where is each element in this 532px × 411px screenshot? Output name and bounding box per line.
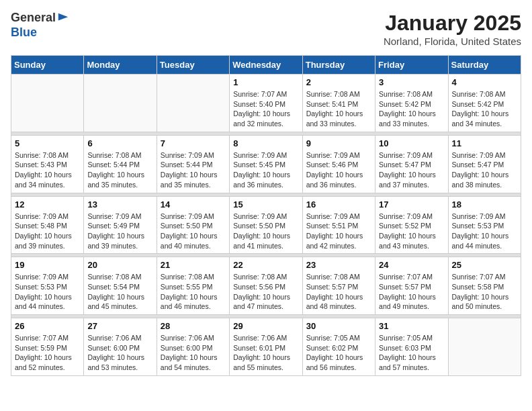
logo: General Blue xyxy=(11,11,69,40)
day-info: Sunrise: 7:05 AM Sunset: 6:02 PM Dayligh… xyxy=(306,333,371,373)
calendar-cell: 27Sunrise: 7:06 AM Sunset: 6:00 PM Dayli… xyxy=(84,318,157,376)
calendar-cell: 13Sunrise: 7:09 AM Sunset: 5:49 PM Dayli… xyxy=(84,196,157,254)
day-number: 24 xyxy=(379,260,444,270)
day-info: Sunrise: 7:09 AM Sunset: 5:49 PM Dayligh… xyxy=(87,212,152,251)
calendar-cell: 17Sunrise: 7:09 AM Sunset: 5:52 PM Dayli… xyxy=(375,196,448,254)
svg-marker-0 xyxy=(58,13,68,21)
calendar-cell: 5Sunrise: 7:08 AM Sunset: 5:43 PM Daylig… xyxy=(11,135,84,193)
day-info: Sunrise: 7:09 AM Sunset: 5:44 PM Dayligh… xyxy=(161,150,226,190)
day-info: Sunrise: 7:09 AM Sunset: 5:50 PM Dayligh… xyxy=(233,212,298,251)
day-number: 15 xyxy=(233,199,298,210)
calendar-cell: 16Sunrise: 7:09 AM Sunset: 5:51 PM Dayli… xyxy=(302,196,375,254)
day-number: 10 xyxy=(379,138,444,148)
logo-general: General xyxy=(11,11,56,26)
calendar-cell: 29Sunrise: 7:06 AM Sunset: 6:01 PM Dayli… xyxy=(230,318,302,376)
day-info: Sunrise: 7:08 AM Sunset: 5:56 PM Dayligh… xyxy=(233,272,298,312)
day-info: Sunrise: 7:08 AM Sunset: 5:44 PM Dayligh… xyxy=(87,150,152,190)
calendar-subtitle: Norland, Florida, United States xyxy=(384,36,521,47)
calendar-week-row: 19Sunrise: 7:09 AM Sunset: 5:53 PM Dayli… xyxy=(11,257,521,315)
day-info: Sunrise: 7:09 AM Sunset: 5:48 PM Dayligh… xyxy=(15,212,80,251)
day-number: 23 xyxy=(306,260,371,270)
day-info: Sunrise: 7:08 AM Sunset: 5:41 PM Dayligh… xyxy=(306,89,371,129)
calendar-cell xyxy=(84,75,157,132)
day-info: Sunrise: 7:07 AM Sunset: 5:57 PM Dayligh… xyxy=(379,272,444,312)
day-info: Sunrise: 7:08 AM Sunset: 5:43 PM Dayligh… xyxy=(15,150,80,190)
day-number: 3 xyxy=(379,77,444,87)
day-number: 27 xyxy=(87,321,152,331)
calendar-cell: 4Sunrise: 7:08 AM Sunset: 5:42 PM Daylig… xyxy=(448,75,521,132)
weekday-header-friday: Friday xyxy=(375,56,448,75)
calendar-week-row: 1Sunrise: 7:07 AM Sunset: 5:40 PM Daylig… xyxy=(11,75,521,132)
calendar-cell: 12Sunrise: 7:09 AM Sunset: 5:48 PM Dayli… xyxy=(11,196,84,254)
day-info: Sunrise: 7:09 AM Sunset: 5:52 PM Dayligh… xyxy=(379,212,444,251)
day-info: Sunrise: 7:08 AM Sunset: 5:42 PM Dayligh… xyxy=(379,89,444,129)
day-number: 5 xyxy=(15,138,80,148)
day-info: Sunrise: 7:09 AM Sunset: 5:45 PM Dayligh… xyxy=(233,150,298,190)
calendar-week-row: 12Sunrise: 7:09 AM Sunset: 5:48 PM Dayli… xyxy=(11,196,521,254)
calendar-cell: 9Sunrise: 7:09 AM Sunset: 5:46 PM Daylig… xyxy=(302,135,375,193)
day-number: 20 xyxy=(87,260,152,270)
day-number: 16 xyxy=(306,199,371,210)
calendar-cell: 31Sunrise: 7:05 AM Sunset: 6:03 PM Dayli… xyxy=(375,318,448,376)
calendar-week-row: 5Sunrise: 7:08 AM Sunset: 5:43 PM Daylig… xyxy=(11,135,521,193)
day-info: Sunrise: 7:08 AM Sunset: 5:42 PM Dayligh… xyxy=(452,89,517,129)
calendar-cell: 2Sunrise: 7:08 AM Sunset: 5:41 PM Daylig… xyxy=(302,75,375,132)
day-info: Sunrise: 7:07 AM Sunset: 5:40 PM Dayligh… xyxy=(233,89,298,129)
weekday-header-sunday: Sunday xyxy=(11,56,84,75)
calendar-cell xyxy=(11,75,84,132)
day-info: Sunrise: 7:09 AM Sunset: 5:53 PM Dayligh… xyxy=(452,212,517,251)
day-info: Sunrise: 7:09 AM Sunset: 5:53 PM Dayligh… xyxy=(15,272,80,312)
day-info: Sunrise: 7:09 AM Sunset: 5:50 PM Dayligh… xyxy=(161,212,226,251)
day-info: Sunrise: 7:06 AM Sunset: 6:00 PM Dayligh… xyxy=(87,333,152,373)
calendar-cell: 26Sunrise: 7:07 AM Sunset: 5:59 PM Dayli… xyxy=(11,318,84,376)
calendar-cell: 19Sunrise: 7:09 AM Sunset: 5:53 PM Dayli… xyxy=(11,257,84,315)
weekday-header-saturday: Saturday xyxy=(448,56,521,75)
day-number: 4 xyxy=(452,77,517,87)
day-info: Sunrise: 7:09 AM Sunset: 5:51 PM Dayligh… xyxy=(306,212,371,251)
calendar-cell: 22Sunrise: 7:08 AM Sunset: 5:56 PM Dayli… xyxy=(230,257,302,315)
day-info: Sunrise: 7:09 AM Sunset: 5:46 PM Dayligh… xyxy=(306,150,371,190)
day-number: 26 xyxy=(15,321,80,331)
calendar-title: January 2025 xyxy=(384,11,521,36)
day-info: Sunrise: 7:06 AM Sunset: 6:01 PM Dayligh… xyxy=(233,333,298,373)
day-number: 28 xyxy=(161,321,226,331)
day-number: 12 xyxy=(15,199,80,210)
calendar-cell: 23Sunrise: 7:08 AM Sunset: 5:57 PM Dayli… xyxy=(302,257,375,315)
calendar-week-row: 26Sunrise: 7:07 AM Sunset: 5:59 PM Dayli… xyxy=(11,318,521,376)
weekday-header-thursday: Thursday xyxy=(302,56,375,75)
day-number: 30 xyxy=(306,321,371,331)
calendar-cell: 7Sunrise: 7:09 AM Sunset: 5:44 PM Daylig… xyxy=(157,135,229,193)
calendar-cell: 18Sunrise: 7:09 AM Sunset: 5:53 PM Dayli… xyxy=(448,196,521,254)
calendar-cell: 30Sunrise: 7:05 AM Sunset: 6:02 PM Dayli… xyxy=(302,318,375,376)
day-number: 17 xyxy=(379,199,444,210)
day-number: 18 xyxy=(452,199,517,210)
calendar-cell: 20Sunrise: 7:08 AM Sunset: 5:54 PM Dayli… xyxy=(84,257,157,315)
calendar-cell xyxy=(448,318,521,376)
weekday-header-row: SundayMondayTuesdayWednesdayThursdayFrid… xyxy=(11,56,521,75)
day-info: Sunrise: 7:06 AM Sunset: 6:00 PM Dayligh… xyxy=(161,333,226,373)
calendar-cell: 8Sunrise: 7:09 AM Sunset: 5:45 PM Daylig… xyxy=(230,135,302,193)
day-number: 25 xyxy=(452,260,517,270)
day-info: Sunrise: 7:09 AM Sunset: 5:47 PM Dayligh… xyxy=(452,150,517,190)
day-number: 11 xyxy=(452,138,517,148)
day-number: 14 xyxy=(161,199,226,210)
calendar-cell xyxy=(157,75,229,132)
day-info: Sunrise: 7:05 AM Sunset: 6:03 PM Dayligh… xyxy=(379,333,444,373)
calendar-cell: 6Sunrise: 7:08 AM Sunset: 5:44 PM Daylig… xyxy=(84,135,157,193)
day-info: Sunrise: 7:08 AM Sunset: 5:54 PM Dayligh… xyxy=(87,272,152,312)
day-number: 6 xyxy=(87,138,152,148)
calendar-cell: 3Sunrise: 7:08 AM Sunset: 5:42 PM Daylig… xyxy=(375,75,448,132)
logo-blue: Blue xyxy=(11,26,69,40)
calendar-cell: 28Sunrise: 7:06 AM Sunset: 6:00 PM Dayli… xyxy=(157,318,229,376)
day-number: 8 xyxy=(233,138,298,148)
day-number: 19 xyxy=(15,260,80,270)
page-header: General Blue January 2025 Norland, Flori… xyxy=(11,11,521,47)
day-number: 31 xyxy=(379,321,444,331)
day-info: Sunrise: 7:07 AM Sunset: 5:59 PM Dayligh… xyxy=(15,333,80,373)
calendar-cell: 11Sunrise: 7:09 AM Sunset: 5:47 PM Dayli… xyxy=(448,135,521,193)
calendar-cell: 21Sunrise: 7:08 AM Sunset: 5:55 PM Dayli… xyxy=(157,257,229,315)
calendar-table: SundayMondayTuesdayWednesdayThursdayFrid… xyxy=(11,55,521,376)
day-number: 7 xyxy=(161,138,226,148)
day-number: 2 xyxy=(306,77,371,87)
logo-flag-icon xyxy=(57,12,69,24)
